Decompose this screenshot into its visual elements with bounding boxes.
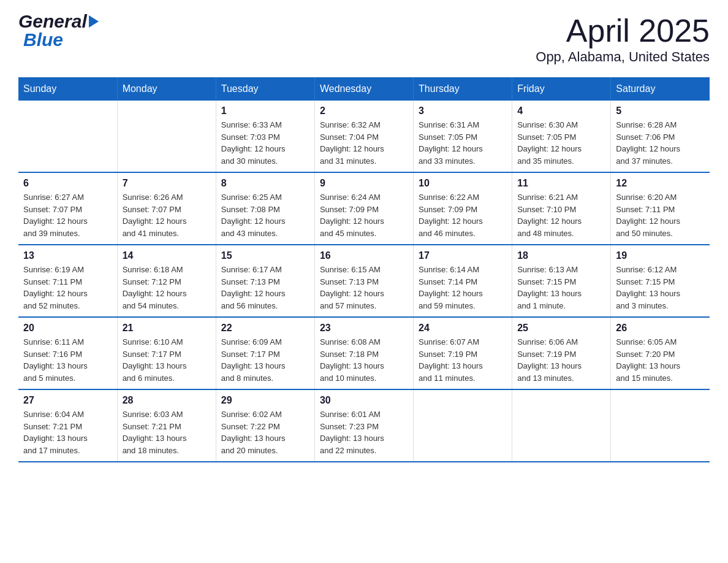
day-info: Sunrise: 6:21 AM Sunset: 7:10 PM Dayligh… (517, 191, 605, 239)
calendar-cell-w5-d2: 28Sunrise: 6:03 AM Sunset: 7:21 PM Dayli… (117, 389, 216, 462)
calendar-cell-w2-d2: 7Sunrise: 6:26 AM Sunset: 7:07 PM Daylig… (117, 172, 216, 245)
calendar-cell-w3-d6: 18Sunrise: 6:13 AM Sunset: 7:15 PM Dayli… (512, 245, 611, 317)
day-info: Sunrise: 6:24 AM Sunset: 7:09 PM Dayligh… (320, 191, 408, 239)
calendar-cell-w4-d5: 24Sunrise: 6:07 AM Sunset: 7:19 PM Dayli… (414, 317, 512, 389)
day-number: 17 (419, 250, 507, 261)
calendar-cell-w3-d4: 16Sunrise: 6:15 AM Sunset: 7:13 PM Dayli… (314, 245, 413, 317)
day-info: Sunrise: 6:03 AM Sunset: 7:21 PM Dayligh… (123, 408, 211, 456)
day-number: 7 (123, 178, 211, 189)
day-info: Sunrise: 6:20 AM Sunset: 7:11 PM Dayligh… (616, 191, 705, 239)
day-number: 11 (517, 178, 605, 189)
day-number: 13 (23, 250, 112, 261)
calendar-cell-w3-d2: 14Sunrise: 6:18 AM Sunset: 7:12 PM Dayli… (117, 245, 216, 317)
day-header-row: Sunday Monday Tuesday Wednesday Thursday… (18, 77, 710, 101)
calendar-cell-w2-d4: 9Sunrise: 6:24 AM Sunset: 7:09 PM Daylig… (314, 172, 413, 245)
header-thursday: Thursday (414, 77, 512, 101)
calendar-cell-w2-d5: 10Sunrise: 6:22 AM Sunset: 7:09 PM Dayli… (414, 172, 512, 245)
calendar-cell-w1-d1 (18, 101, 117, 172)
day-number: 6 (23, 178, 112, 189)
calendar-cell-w1-d4: 2Sunrise: 6:32 AM Sunset: 7:04 PM Daylig… (314, 101, 413, 172)
day-number: 1 (221, 105, 309, 117)
day-number: 2 (320, 105, 408, 117)
day-info: Sunrise: 6:31 AM Sunset: 7:05 PM Dayligh… (419, 119, 507, 167)
calendar-cell-w5-d4: 30Sunrise: 6:01 AM Sunset: 7:23 PM Dayli… (314, 389, 413, 462)
day-info: Sunrise: 6:12 AM Sunset: 7:15 PM Dayligh… (616, 264, 705, 312)
day-number: 5 (616, 105, 705, 117)
calendar-cell-w2-d7: 12Sunrise: 6:20 AM Sunset: 7:11 PM Dayli… (611, 172, 710, 245)
logo-blue-text: Blue (23, 29, 63, 50)
logo-triangle-icon (89, 15, 99, 28)
day-number: 12 (616, 178, 705, 189)
calendar-cell-w4-d4: 23Sunrise: 6:08 AM Sunset: 7:18 PM Dayli… (314, 317, 413, 389)
day-number: 27 (23, 395, 112, 406)
day-info: Sunrise: 6:01 AM Sunset: 7:23 PM Dayligh… (320, 408, 408, 456)
title-section: April 2025 Opp, Alabama, United States (536, 12, 710, 65)
day-info: Sunrise: 6:30 AM Sunset: 7:05 PM Dayligh… (517, 119, 605, 167)
week-row-4: 20Sunrise: 6:11 AM Sunset: 7:16 PM Dayli… (18, 317, 710, 389)
header-sunday: Sunday (18, 77, 117, 101)
day-info: Sunrise: 6:10 AM Sunset: 7:17 PM Dayligh… (123, 336, 211, 384)
calendar-cell-w1-d6: 4Sunrise: 6:30 AM Sunset: 7:05 PM Daylig… (512, 101, 611, 172)
week-row-3: 13Sunrise: 6:19 AM Sunset: 7:11 PM Dayli… (18, 245, 710, 317)
calendar-cell-w4-d2: 21Sunrise: 6:10 AM Sunset: 7:17 PM Dayli… (117, 317, 216, 389)
day-info: Sunrise: 6:07 AM Sunset: 7:19 PM Dayligh… (419, 336, 507, 384)
day-info: Sunrise: 6:25 AM Sunset: 7:08 PM Dayligh… (221, 191, 309, 239)
day-info: Sunrise: 6:15 AM Sunset: 7:13 PM Dayligh… (320, 264, 408, 312)
day-number: 15 (221, 250, 309, 261)
day-info: Sunrise: 6:14 AM Sunset: 7:14 PM Dayligh… (419, 264, 507, 312)
calendar-cell-w3-d7: 19Sunrise: 6:12 AM Sunset: 7:15 PM Dayli… (611, 245, 710, 317)
day-info: Sunrise: 6:09 AM Sunset: 7:17 PM Dayligh… (221, 336, 309, 384)
calendar-cell-w4-d3: 22Sunrise: 6:09 AM Sunset: 7:17 PM Dayli… (216, 317, 314, 389)
day-number: 29 (221, 395, 309, 406)
day-info: Sunrise: 6:13 AM Sunset: 7:15 PM Dayligh… (517, 264, 605, 312)
day-number: 25 (517, 323, 605, 334)
day-info: Sunrise: 6:27 AM Sunset: 7:07 PM Dayligh… (23, 191, 112, 239)
location-title: Opp, Alabama, United States (536, 49, 710, 65)
header-tuesday: Tuesday (216, 77, 314, 101)
week-row-5: 27Sunrise: 6:04 AM Sunset: 7:21 PM Dayli… (18, 389, 710, 462)
day-info: Sunrise: 6:32 AM Sunset: 7:04 PM Dayligh… (320, 119, 408, 167)
day-info: Sunrise: 6:19 AM Sunset: 7:11 PM Dayligh… (23, 264, 112, 312)
calendar-cell-w1-d7: 5Sunrise: 6:28 AM Sunset: 7:06 PM Daylig… (611, 101, 710, 172)
header-saturday: Saturday (611, 77, 710, 101)
day-info: Sunrise: 6:28 AM Sunset: 7:06 PM Dayligh… (616, 119, 705, 167)
calendar-table: Sunday Monday Tuesday Wednesday Thursday… (18, 77, 710, 462)
day-number: 3 (419, 105, 507, 117)
day-info: Sunrise: 6:33 AM Sunset: 7:03 PM Dayligh… (221, 119, 309, 167)
calendar-cell-w5-d7 (611, 389, 710, 462)
calendar-cell-w5-d5 (414, 389, 512, 462)
day-number: 26 (616, 323, 705, 334)
calendar-cell-w5-d6 (512, 389, 611, 462)
day-info: Sunrise: 6:08 AM Sunset: 7:18 PM Dayligh… (320, 336, 408, 384)
calendar-cell-w3-d5: 17Sunrise: 6:14 AM Sunset: 7:14 PM Dayli… (414, 245, 512, 317)
day-number: 4 (517, 105, 605, 117)
calendar-header: Sunday Monday Tuesday Wednesday Thursday… (18, 77, 710, 101)
week-row-1: 1Sunrise: 6:33 AM Sunset: 7:03 PM Daylig… (18, 101, 710, 172)
calendar-cell-w4-d7: 26Sunrise: 6:05 AM Sunset: 7:20 PM Dayli… (611, 317, 710, 389)
logo-general-text: General (18, 12, 87, 31)
day-number: 22 (221, 323, 309, 334)
day-number: 23 (320, 323, 408, 334)
calendar-cell-w1-d2 (117, 101, 216, 172)
day-number: 14 (123, 250, 211, 261)
month-title: April 2025 (536, 12, 710, 49)
day-number: 28 (123, 395, 211, 406)
page-header: General Blue April 2025 Opp, Alabama, Un… (18, 12, 710, 65)
header-monday: Monday (117, 77, 216, 101)
day-number: 24 (419, 323, 507, 334)
calendar-cell-w2-d3: 8Sunrise: 6:25 AM Sunset: 7:08 PM Daylig… (216, 172, 314, 245)
day-info: Sunrise: 6:05 AM Sunset: 7:20 PM Dayligh… (616, 336, 705, 384)
day-number: 18 (517, 250, 605, 261)
calendar-cell-w3-d1: 13Sunrise: 6:19 AM Sunset: 7:11 PM Dayli… (18, 245, 117, 317)
calendar-cell-w5-d1: 27Sunrise: 6:04 AM Sunset: 7:21 PM Dayli… (18, 389, 117, 462)
day-info: Sunrise: 6:22 AM Sunset: 7:09 PM Dayligh… (419, 191, 507, 239)
calendar-body: 1Sunrise: 6:33 AM Sunset: 7:03 PM Daylig… (18, 101, 710, 462)
day-info: Sunrise: 6:04 AM Sunset: 7:21 PM Dayligh… (23, 408, 112, 456)
day-number: 21 (123, 323, 211, 334)
day-info: Sunrise: 6:02 AM Sunset: 7:22 PM Dayligh… (221, 408, 309, 456)
day-info: Sunrise: 6:18 AM Sunset: 7:12 PM Dayligh… (123, 264, 211, 312)
day-number: 30 (320, 395, 408, 406)
calendar-cell-w1-d5: 3Sunrise: 6:31 AM Sunset: 7:05 PM Daylig… (414, 101, 512, 172)
header-friday: Friday (512, 77, 611, 101)
calendar-cell-w2-d1: 6Sunrise: 6:27 AM Sunset: 7:07 PM Daylig… (18, 172, 117, 245)
